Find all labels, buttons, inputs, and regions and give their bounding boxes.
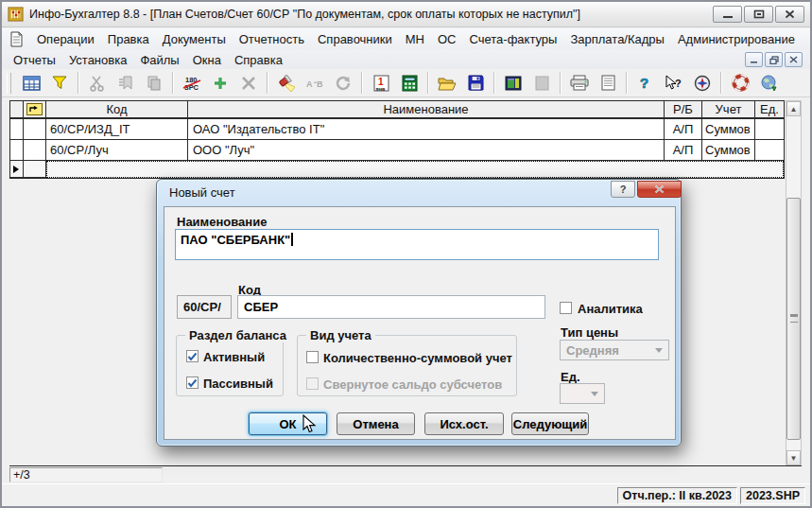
code-input[interactable]: СБЕР [237, 295, 545, 319]
dialog-help-button[interactable]: ? [611, 181, 635, 198]
close-button[interactable] [775, 6, 804, 23]
menu-bar: Операции Правка Документы Отчетность Спр… [2, 28, 810, 50]
cell-code[interactable]: 60/СР/ИЗД_IT [46, 119, 188, 139]
analytics-checkbox[interactable] [560, 302, 572, 314]
calculator-icon[interactable] [395, 70, 423, 96]
table-row[interactable]: 60/СР/Луч ООО "Луч" А/П Суммов [10, 140, 784, 161]
plan-accounts-icon[interactable] [17, 70, 45, 96]
new-row-focus-cell[interactable] [46, 161, 784, 178]
dialog-close-button[interactable] [637, 181, 682, 198]
menu-setup[interactable]: Установка [62, 50, 133, 70]
gutter-header [10, 101, 24, 117]
paste-icon [112, 70, 140, 96]
menu-windows[interactable]: Окна [186, 50, 228, 70]
menu-administration[interactable]: Администрирование [671, 29, 802, 49]
compass-icon[interactable] [688, 70, 717, 96]
scrollbar-thumb[interactable] [786, 198, 801, 440]
cell-name[interactable]: ООО "Луч" [188, 140, 665, 160]
web-update-icon[interactable] [754, 70, 783, 96]
support-icon[interactable] [726, 70, 754, 96]
qty-sum-label: Количественно-суммовой учет [323, 351, 512, 365]
menu-mn[interactable]: МН [399, 29, 431, 49]
blank-icon [527, 70, 556, 96]
title-bar: Инфо-Бухгалтер 8.8 - [План Счетов/Счет 6… [2, 2, 810, 27]
price-type-dropdown: Средняя [560, 340, 669, 360]
dialog-client-area: Наименование ПАО "СБЕРБАНК" Код 60/СР/ С… [164, 206, 676, 440]
menu-reporting[interactable]: Отчетность [233, 29, 311, 49]
filter-icon[interactable] [45, 70, 74, 96]
accounting-group-title: Вид учета [306, 328, 375, 342]
search-icon[interactable] [272, 70, 301, 96]
cell-ed[interactable] [755, 119, 784, 139]
initial-balance-button[interactable]: Исх.ост. [424, 412, 504, 435]
delete-icon [234, 70, 263, 96]
cell-uchet[interactable]: Суммов [702, 119, 755, 139]
qty-sum-checkbox[interactable] [306, 351, 319, 363]
menu-help[interactable]: Справка [228, 50, 289, 70]
dialog-title: Новый счет [169, 185, 235, 200]
help-icon[interactable]: ? [631, 70, 660, 96]
table-row[interactable]: 60/СР/ИЗД_IT ОАО "Издательство IT" А/П С… [10, 119, 784, 140]
reverse-entry-icon[interactable]: 180ЗРС [178, 70, 206, 96]
report-icon[interactable] [499, 70, 527, 96]
scroll-up-arrow-icon[interactable]: ▲ [786, 101, 801, 116]
table-bottom-divider [9, 465, 802, 466]
passive-checkbox[interactable] [186, 377, 199, 389]
restore-button[interactable] [744, 6, 773, 23]
menu-bar-second-row: Отчеты Установка Файлы Окна Справка [2, 50, 810, 69]
cell-rb[interactable]: А/П [665, 119, 702, 139]
menu-invoices[interactable]: Счета-фактуры [462, 29, 563, 49]
mdi-restore-button[interactable] [765, 52, 783, 67]
context-help-icon[interactable]: ? [660, 70, 688, 96]
minimize-button[interactable] [713, 6, 742, 23]
svg-text:В: В [317, 79, 323, 89]
cell-name[interactable]: ОАО "Издательство IT" [188, 119, 665, 139]
menu-payroll[interactable]: Зарплата/Кадры [563, 29, 671, 49]
active-checkbox[interactable] [186, 350, 199, 362]
name-input[interactable]: ПАО "СБЕРБАНК" [175, 229, 659, 260]
calendar-icon[interactable]: 1янв [367, 70, 395, 96]
name-field-label: Наименование [177, 215, 267, 229]
menu-directories[interactable]: Справочники [311, 29, 399, 49]
new-account-dialog: Новый счет ? Наименование ПАО "СБЕРБАНК"… [156, 179, 682, 447]
print-icon[interactable] [565, 70, 594, 96]
current-file-panel: 2023.SHP [740, 487, 805, 504]
menu-documents[interactable]: Документы [156, 29, 233, 49]
vertical-scrollbar[interactable]: ▲ ▼ [786, 100, 802, 466]
chevron-down-icon [655, 348, 663, 353]
cell-rb[interactable]: А/П [665, 140, 702, 160]
scroll-down-arrow-icon[interactable]: ▼ [786, 450, 801, 465]
column-header-name[interactable]: Наименование [188, 101, 665, 117]
cancel-button[interactable]: Отмена [337, 412, 415, 435]
save-icon[interactable] [461, 70, 490, 96]
mdi-close-button[interactable] [785, 52, 803, 67]
column-header-code[interactable]: Код [46, 101, 188, 117]
column-header-rb[interactable]: Р/Б [665, 101, 702, 117]
toolbar-grip[interactable] [7, 73, 11, 94]
column-header-uchet[interactable]: Учет [702, 101, 755, 117]
add-icon[interactable] [206, 70, 234, 96]
open-icon[interactable] [433, 70, 461, 96]
menu-reports[interactable]: Отчеты [7, 50, 62, 70]
preview-icon[interactable] [594, 70, 622, 96]
cell-uchet[interactable]: Суммов [702, 140, 755, 160]
svg-text:А: А [306, 79, 313, 89]
menu-os[interactable]: ОС [431, 29, 463, 49]
menu-files[interactable]: Файлы [133, 50, 185, 70]
cell-ed[interactable] [755, 140, 784, 160]
menu-edit[interactable]: Правка [101, 29, 156, 49]
folder-up-icon[interactable] [24, 101, 46, 117]
svg-text:янв: янв [375, 85, 386, 91]
collapsed-balance-label: Свернутое сальдо субсчетов [323, 377, 502, 392]
mdi-minimize-button[interactable] [745, 52, 763, 67]
app-window: Инфо-Бухгалтер 8.8 - [План Счетов/Счет 6… [0, 0, 812, 508]
current-empty-row[interactable] [10, 161, 784, 178]
menu-operations[interactable]: Операции [30, 29, 101, 49]
cell-code[interactable]: 60/СР/Луч [46, 140, 188, 160]
unit-dropdown [560, 383, 605, 404]
column-header-ed[interactable]: Ед. [755, 101, 784, 117]
active-label: Активный [203, 350, 265, 364]
table-footer: +/3 [9, 467, 163, 482]
document-system-icon[interactable] [9, 31, 26, 47]
next-button[interactable]: Следующий [511, 412, 589, 435]
